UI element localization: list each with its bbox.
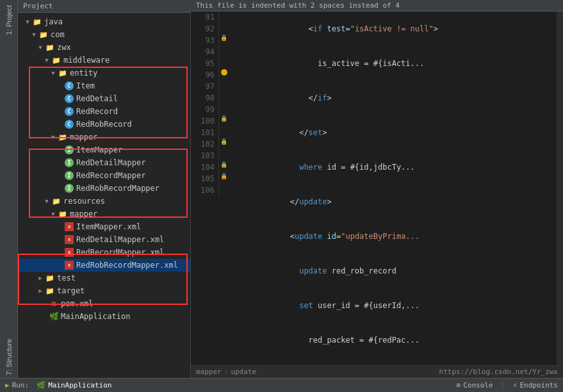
label-mapper-folder: mapper bbox=[70, 133, 97, 142]
arrow-mapper: ▼ bbox=[49, 134, 58, 140]
tree-item-Item[interactable]: C Item bbox=[18, 79, 190, 92]
xml-icon-RedDetailMapper: x bbox=[64, 234, 74, 245]
tree-item-RedDetailMapper-xml[interactable]: x RedDetailMapper.xml bbox=[18, 233, 190, 246]
arrow-zwx: ▼ bbox=[36, 44, 45, 51]
tree-item-entity[interactable]: ▼ 📁 entity bbox=[18, 67, 190, 79]
breakpoint-dot bbox=[221, 69, 227, 76]
spring-icon-MainApplication: 🌿 bbox=[49, 311, 59, 322]
gutter-lock-3: 🔒 bbox=[220, 138, 227, 145]
code-line-92: is_active = #{isActi... bbox=[234, 46, 551, 81]
gutter-lock-2: 🔒 bbox=[220, 115, 227, 122]
arrow-target: ▶ bbox=[36, 288, 45, 294]
arrow-test: ▶ bbox=[36, 275, 45, 281]
xml-icon-ItemMapper: x bbox=[64, 222, 74, 232]
interface-icon-RedRecordMapper: I bbox=[64, 170, 74, 181]
endpoints-label: Endpoints bbox=[519, 381, 558, 389]
tree-item-target[interactable]: ▶ 📁 target bbox=[18, 284, 190, 297]
folder-icon-middleware: 📁 bbox=[51, 55, 61, 65]
label-entity: entity bbox=[70, 69, 97, 78]
folder-icon-mapper-res: 📁 bbox=[58, 209, 68, 219]
label-zwx: zwx bbox=[57, 43, 71, 52]
endpoints-tab[interactable]: ⚡ Endpoints bbox=[513, 381, 558, 389]
label-test: test bbox=[57, 274, 76, 282]
label-target: target bbox=[57, 286, 85, 295]
tree-item-zwx[interactable]: ▼ 📁 zwx bbox=[18, 41, 190, 54]
label-RedRobRecordMapper-xml: RedRobRecordMapper.xml bbox=[76, 261, 178, 270]
code-panel: This file is indented with 2 spaces inst… bbox=[191, 0, 563, 378]
breadcrumb-update: update bbox=[231, 368, 256, 376]
tree-item-RedRecordMapper-xml[interactable]: x RedRecordMapper.xml bbox=[18, 246, 190, 259]
class-icon-RedRobRecord: C bbox=[64, 119, 74, 129]
tree-item-pom[interactable]: m pom.xml bbox=[18, 297, 190, 310]
label-RedRecordMapper-xml: RedRecordMapper.xml bbox=[76, 248, 164, 257]
tree-item-ItemMapper[interactable]: I ItemMapper bbox=[18, 143, 190, 156]
console-tab[interactable]: ≡ Console bbox=[457, 381, 493, 389]
code-line-94: </set> bbox=[234, 115, 551, 150]
tree-item-RedRobRecord[interactable]: C RedRobRecord bbox=[18, 118, 190, 131]
interface-icon-ItemMapper: I bbox=[64, 145, 74, 155]
endpoints-icon: ⚡ bbox=[513, 381, 518, 389]
label-RedRecordMapper: RedRecordMapper bbox=[76, 171, 145, 180]
folder-icon-zwx: 📁 bbox=[45, 42, 55, 53]
code-line-99: set user_id = #{userId,... bbox=[234, 288, 551, 323]
gutter-lock-5: 🔒 bbox=[220, 173, 227, 179]
code-line-96: </update> bbox=[234, 184, 551, 219]
code-line-97: <update id="updateByPrima... bbox=[234, 219, 551, 254]
code-line-101: amount = #{amount,jdb... bbox=[234, 357, 551, 365]
tree-item-com[interactable]: ▼ 📁 com bbox=[18, 28, 190, 41]
tree-item-RedRobRecordMapper[interactable]: I RedRobRecordMapper bbox=[18, 182, 190, 195]
structure-label[interactable]: 7: Structure bbox=[5, 336, 13, 378]
scrollbar[interactable] bbox=[557, 12, 563, 365]
tree-item-ItemMapper-xml[interactable]: x ItemMapper.xml bbox=[18, 220, 190, 233]
arrow-com: ▼ bbox=[29, 31, 38, 38]
xml-icon-RedRecordMapper: x bbox=[64, 247, 74, 257]
code-line-93: </if> bbox=[234, 81, 551, 115]
label-middleware: middleware bbox=[63, 56, 110, 65]
label-RedDetailMapper: RedDetailMapper bbox=[76, 158, 145, 167]
run-tab[interactable]: ▶ Run: bbox=[5, 381, 29, 389]
tree-item-java[interactable]: ▼ 📁 java bbox=[18, 15, 190, 28]
main-tab[interactable]: 🌿 MainApplication bbox=[37, 381, 111, 389]
folder-icon-java: 📁 bbox=[32, 17, 42, 27]
gutter-lock-4: 🔒 bbox=[220, 161, 227, 168]
tree-item-MainApplication[interactable]: 🌿 MainApplication bbox=[18, 310, 190, 323]
label-RedRobRecord: RedRobRecord bbox=[76, 120, 132, 129]
main-label: MainApplication bbox=[48, 381, 111, 389]
tree-item-RedRecord[interactable]: C RedRecord bbox=[18, 105, 190, 118]
tree-item-middleware[interactable]: ▼ 📁 middleware bbox=[18, 54, 190, 67]
label-com: com bbox=[51, 30, 65, 39]
project-panel: Project ▼ 📁 java ▼ 📁 com bbox=[18, 0, 191, 378]
breadcrumb-mapper: mapper bbox=[196, 368, 222, 376]
folder-icon-mapper: 📁 bbox=[58, 132, 68, 142]
tree-item-mapper-folder[interactable]: ▼ 📁 mapper bbox=[18, 131, 190, 143]
tree-item-mapper-res[interactable]: ▼ 📁 mapper bbox=[18, 208, 190, 220]
label-RedDetail: RedDetail bbox=[76, 94, 118, 103]
tree-item-test[interactable]: ▶ 📁 test bbox=[18, 272, 190, 284]
label-RedRobRecordMapper: RedRobRecordMapper bbox=[76, 184, 159, 193]
tree-item-RedDetailMapper[interactable]: I RedDetailMapper bbox=[18, 156, 190, 169]
tree-item-RedRobRecordMapper-xml[interactable]: x RedRobRecordMapper.xml bbox=[18, 259, 190, 272]
arrow-resources: ▼ bbox=[42, 198, 51, 204]
code-area: <if test="isActive != null"> is_active =… bbox=[229, 12, 557, 365]
spring-icon-main: 🌿 bbox=[37, 381, 45, 389]
class-icon-RedRecord: C bbox=[64, 106, 74, 117]
tree-item-RedDetail[interactable]: C RedDetail bbox=[18, 92, 190, 105]
tree-item-RedRecordMapper[interactable]: I RedRecordMapper bbox=[18, 169, 190, 182]
code-line-100: red_packet = #{redPac... bbox=[234, 323, 551, 357]
class-icon-Item: C bbox=[64, 81, 74, 91]
xml-icon-RedRobRecordMapper: x bbox=[64, 260, 74, 270]
status-bar-url: https://blog.csdn.net/Yr_zwx bbox=[439, 368, 558, 376]
folder-icon-com: 📁 bbox=[38, 29, 49, 40]
folder-icon-entity: 📁 bbox=[58, 68, 68, 78]
arrow-middleware: ▼ bbox=[42, 57, 51, 63]
label-ItemMapper-xml: ItemMapper.xml bbox=[76, 222, 141, 231]
label-ItemMapper: ItemMapper bbox=[76, 145, 122, 154]
maven-icon-pom: m bbox=[49, 298, 59, 309]
tree-item-resources[interactable]: ▼ 📁 resources bbox=[18, 195, 190, 208]
console-label: Console bbox=[463, 381, 493, 389]
notification-text: This file is indented with 2 spaces inst… bbox=[196, 1, 400, 10]
code-line-98: update red_rob_record bbox=[234, 254, 551, 288]
project-label[interactable]: 1: Project bbox=[5, 3, 13, 37]
gutter-lock-1: 🔒 bbox=[220, 35, 227, 41]
label-pom: pom.xml bbox=[61, 299, 94, 308]
